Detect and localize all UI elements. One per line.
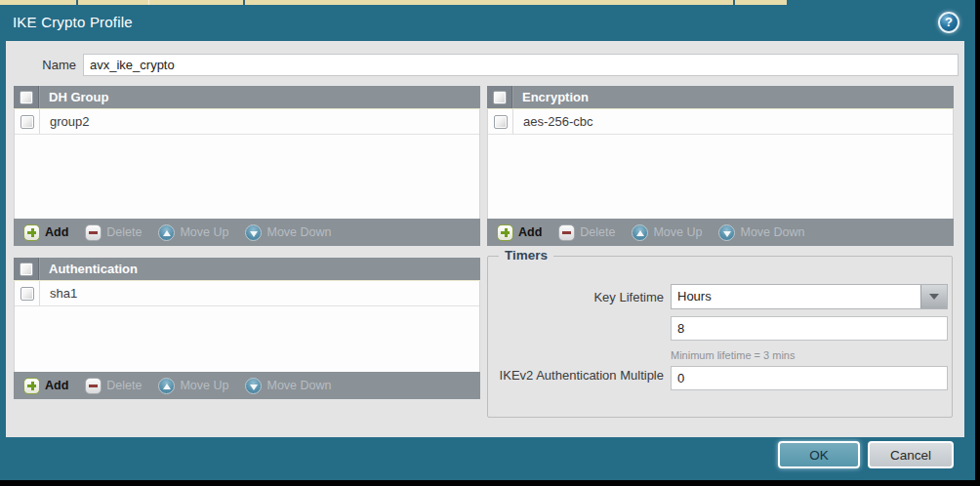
list-item-cbcell bbox=[488, 109, 513, 134]
encryption-item-checkbox[interactable] bbox=[494, 115, 508, 129]
add-button-label: Add bbox=[45, 379, 68, 392]
move-down-button[interactable]: Move Down bbox=[718, 224, 804, 241]
delete-button-label: Delete bbox=[106, 379, 142, 392]
name-input[interactable] bbox=[83, 54, 959, 76]
screen: IKE Crypto Profile ? Name DH Group bbox=[0, 0, 980, 486]
move-down-button[interactable]: Move Down bbox=[245, 224, 331, 241]
arrow-up-icon bbox=[158, 224, 175, 241]
authentication-select-all-checkbox[interactable] bbox=[20, 263, 33, 276]
move-up-button-label: Move Up bbox=[180, 379, 228, 392]
dh-group-select-all-checkbox[interactable] bbox=[20, 91, 33, 104]
encryption-header: Encryption bbox=[487, 86, 954, 109]
list-item[interactable]: group2 bbox=[15, 109, 479, 135]
dialog-content: Name DH Group group2 bbox=[6, 41, 964, 437]
chevron-down-icon bbox=[929, 294, 939, 300]
encryption-panel: Encryption aes-256-cbc Add bbox=[487, 86, 954, 246]
authentication-header: Authentication bbox=[14, 258, 480, 281]
arrow-up-icon bbox=[632, 224, 648, 241]
dialog-titlebar: IKE Crypto Profile ? bbox=[0, 5, 975, 41]
authentication-header-cbcell bbox=[14, 258, 39, 280]
add-button[interactable]: Add bbox=[23, 224, 68, 241]
delete-button[interactable]: Delete bbox=[85, 224, 142, 241]
move-down-button-label: Move Down bbox=[740, 225, 804, 239]
move-up-button-label: Move Up bbox=[653, 225, 702, 239]
list-item-label: aes-256-cbc bbox=[513, 114, 593, 129]
list-item-label: sha1 bbox=[40, 286, 77, 301]
list-item[interactable]: aes-256-cbc bbox=[488, 109, 953, 135]
ike-crypto-profile-dialog: IKE Crypto Profile ? Name DH Group bbox=[0, 5, 975, 480]
delete-button-label: Delete bbox=[580, 225, 615, 239]
minus-icon bbox=[85, 378, 102, 394]
authentication-toolbar: Add Delete Move Up Move Down bbox=[14, 372, 480, 399]
key-lifetime-unit-value: Hours bbox=[672, 285, 920, 308]
minimum-lifetime-hint: Minimum lifetime = 3 mins bbox=[671, 349, 795, 361]
screen-bottom-edge bbox=[0, 480, 980, 486]
ok-button[interactable]: OK bbox=[778, 441, 860, 468]
move-up-button[interactable]: Move Up bbox=[632, 224, 702, 241]
move-up-button[interactable]: Move Up bbox=[158, 224, 228, 241]
move-down-button[interactable]: Move Down bbox=[245, 378, 331, 394]
encryption-select-all-checkbox[interactable] bbox=[493, 91, 507, 104]
arrow-down-icon bbox=[245, 224, 262, 241]
timers-legend: Timers bbox=[499, 248, 553, 263]
dialog-title: IKE Crypto Profile bbox=[13, 14, 133, 30]
timers-group: Timers Key Lifetime Hours Minimum lifeti… bbox=[487, 256, 953, 418]
list-item-cbcell bbox=[15, 281, 40, 305]
move-up-button[interactable]: Move Up bbox=[158, 378, 228, 394]
delete-button-label: Delete bbox=[106, 225, 142, 239]
key-lifetime-value-input[interactable] bbox=[671, 316, 948, 341]
dh-group-list: group2 bbox=[14, 109, 480, 219]
dh-group-header: DH Group bbox=[14, 86, 480, 109]
move-down-button-label: Move Down bbox=[266, 379, 331, 392]
move-up-button-label: Move Up bbox=[180, 225, 228, 239]
dh-group-item-checkbox[interactable] bbox=[20, 115, 34, 129]
authentication-panel: Authentication sha1 Add bbox=[14, 258, 480, 399]
authentication-item-checkbox[interactable] bbox=[20, 287, 34, 301]
dh-group-header-cbcell bbox=[14, 86, 39, 108]
dh-group-header-label: DH Group bbox=[39, 90, 108, 104]
dh-group-panel: DH Group group2 Add bbox=[14, 86, 480, 246]
arrow-down-icon bbox=[245, 378, 262, 394]
cancel-button[interactable]: Cancel bbox=[868, 441, 954, 468]
list-item-label: group2 bbox=[40, 114, 89, 129]
screen-right-edge bbox=[975, 0, 980, 486]
move-down-button-label: Move Down bbox=[266, 225, 331, 239]
arrow-up-icon bbox=[158, 378, 175, 394]
arrow-down-icon bbox=[718, 224, 735, 241]
plus-icon bbox=[497, 224, 513, 241]
name-label: Name bbox=[6, 58, 76, 72]
authentication-list: sha1 bbox=[14, 281, 480, 372]
dh-group-toolbar: Add Delete Move Up Move Down bbox=[14, 219, 480, 246]
key-lifetime-unit-select[interactable]: Hours bbox=[671, 284, 948, 309]
delete-button[interactable]: Delete bbox=[85, 378, 142, 394]
encryption-header-cbcell bbox=[487, 86, 512, 108]
authentication-header-label: Authentication bbox=[39, 262, 138, 276]
help-icon[interactable]: ? bbox=[938, 12, 960, 33]
minus-icon bbox=[85, 224, 102, 241]
add-button[interactable]: Add bbox=[497, 224, 542, 241]
ikev2-authentication-multiple-label: IKEv2 Authentication Multiple bbox=[488, 367, 664, 384]
add-button-label: Add bbox=[518, 225, 542, 239]
encryption-toolbar: Add Delete Move Up Move Down bbox=[487, 219, 954, 246]
plus-icon bbox=[23, 378, 40, 394]
plus-icon bbox=[23, 224, 40, 241]
list-item-cbcell bbox=[15, 109, 40, 134]
list-item[interactable]: sha1 bbox=[15, 281, 479, 306]
minus-icon bbox=[558, 224, 575, 241]
dropdown-button[interactable] bbox=[920, 285, 947, 308]
encryption-header-label: Encryption bbox=[512, 90, 589, 104]
delete-button[interactable]: Delete bbox=[558, 224, 615, 241]
add-button-label: Add bbox=[45, 225, 68, 239]
key-lifetime-label: Key Lifetime bbox=[488, 289, 664, 305]
encryption-list: aes-256-cbc bbox=[487, 109, 954, 219]
add-button[interactable]: Add bbox=[23, 378, 68, 394]
ikev2-authentication-multiple-input[interactable] bbox=[671, 366, 948, 390]
